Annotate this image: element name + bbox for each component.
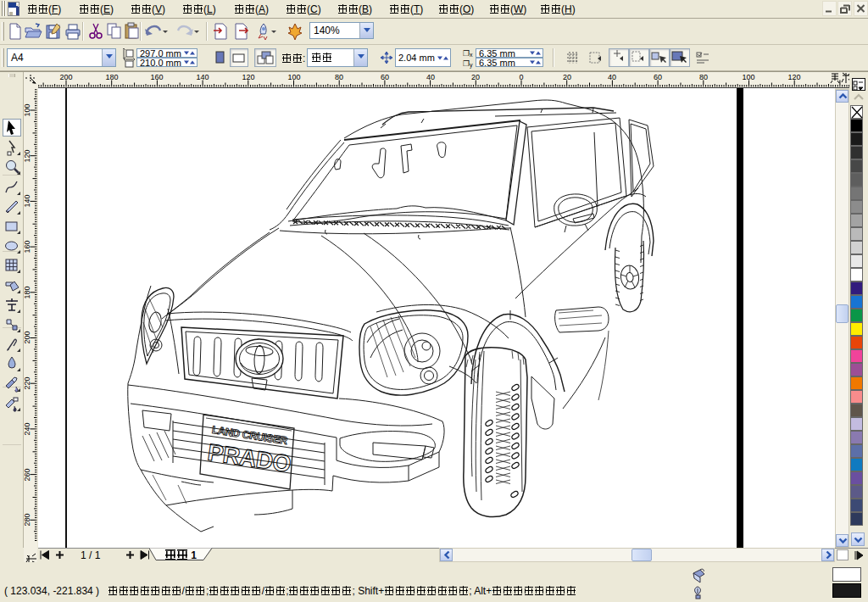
svg-text:0: 0 xyxy=(519,73,523,81)
svg-text:40: 40 xyxy=(608,73,616,81)
svg-text:60: 60 xyxy=(654,73,662,81)
svg-text:100: 100 xyxy=(24,103,31,116)
svg-text:❐y: ❐y xyxy=(463,59,473,69)
svg-text:100: 100 xyxy=(287,73,300,81)
svg-text:120: 120 xyxy=(24,149,31,162)
svg-text:❐x: ❐x xyxy=(463,49,473,58)
svg-text:20: 20 xyxy=(471,73,480,81)
svg-text:280: 280 xyxy=(24,513,31,526)
svg-text:180: 180 xyxy=(105,73,118,81)
svg-text:160: 160 xyxy=(24,240,31,253)
svg-text:200: 200 xyxy=(59,73,72,81)
svg-text:200: 200 xyxy=(24,331,31,343)
svg-text:40: 40 xyxy=(426,73,435,81)
svg-text:80: 80 xyxy=(335,73,343,81)
svg-text:240: 240 xyxy=(24,422,31,435)
svg-text:20: 20 xyxy=(563,73,571,81)
svg-text:120: 120 xyxy=(242,73,254,81)
svg-text:180: 180 xyxy=(24,286,31,298)
svg-text:220: 220 xyxy=(24,376,31,389)
svg-text:100: 100 xyxy=(742,73,754,81)
svg-text:120: 120 xyxy=(787,73,800,81)
svg-text:80: 80 xyxy=(699,73,708,81)
svg-text:60: 60 xyxy=(381,73,389,81)
svg-text:140: 140 xyxy=(196,73,209,81)
svg-text:160: 160 xyxy=(150,73,163,81)
svg-text:260: 260 xyxy=(24,468,31,481)
svg-text:140: 140 xyxy=(24,194,31,207)
svg-text:1 / 1: 1 / 1 xyxy=(81,549,101,561)
